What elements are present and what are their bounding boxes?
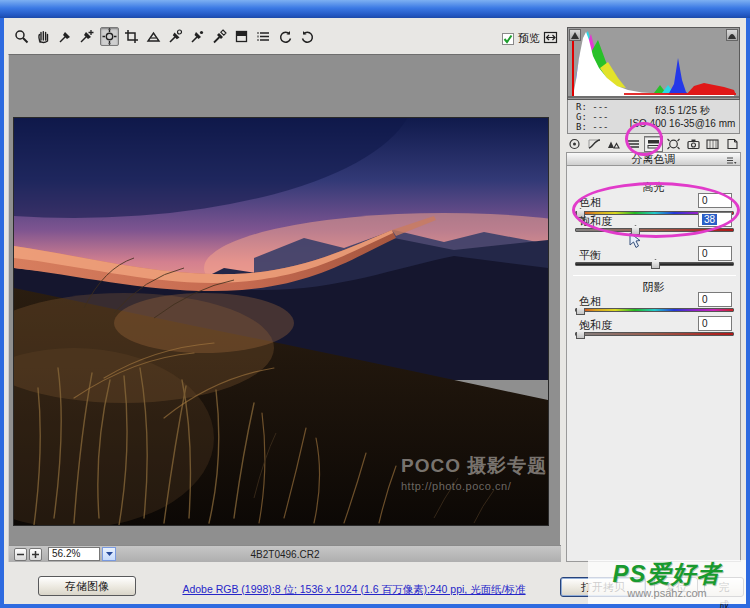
preview-label: 预览 xyxy=(518,31,540,46)
window-body: 预览 xyxy=(4,18,746,604)
zoom-tool-icon[interactable] xyxy=(12,27,31,46)
tab-split-toning[interactable] xyxy=(644,136,663,152)
histogram-graph xyxy=(568,28,739,99)
adjustment-brush-tool-icon[interactable] xyxy=(210,27,229,46)
toolbar xyxy=(12,27,317,46)
workflow-options-link[interactable]: Adobe RGB (1998);8 位; 1536 x 1024 (1.6 百… xyxy=(154,583,554,597)
exposure-info: f/3.5 1/25 秒 xyxy=(626,104,739,117)
preferences-tool-icon[interactable] xyxy=(254,27,273,46)
shadows-sat-slider[interactable] xyxy=(575,332,734,336)
shadow-clipping-warning-button[interactable] xyxy=(569,29,581,41)
window-titlebar: Camera Raw 5.3 - Canon EOS-1Ds Mark III xyxy=(0,0,750,18)
highlight-clipping-warning-button[interactable] xyxy=(726,29,738,41)
divider xyxy=(573,275,736,276)
tab-camera-calibration[interactable] xyxy=(684,136,703,152)
psahz-url: www.psahz.com xyxy=(588,587,746,599)
poco-watermark-line2: http://photo.poco.cn/ xyxy=(401,476,547,496)
exif-summary: f/3.5 1/25 秒 ISO 400 16-35@16 mm xyxy=(626,104,739,130)
tab-hsl-grayscale[interactable] xyxy=(624,136,643,152)
spot-removal-tool-icon[interactable] xyxy=(166,27,185,46)
split-toning-panel: 高光 色相 0 饱和度 38 平衡 0 阴影 色相 0 xyxy=(566,166,741,562)
highlights-sat-value[interactable]: 38 xyxy=(698,212,732,227)
white-balance-tool-icon[interactable] xyxy=(56,27,75,46)
shadows-hue-value[interactable]: 0 xyxy=(698,292,732,307)
zoom-dropdown-arrow-icon[interactable] xyxy=(102,547,116,561)
shadows-sat-label: 饱和度 xyxy=(579,318,612,333)
zoom-level-select[interactable]: 56.2% xyxy=(48,547,100,561)
rgb-exif-readout: R: --- G: --- B: --- f/3.5 1/25 秒 ISO 40… xyxy=(567,100,740,134)
preview-toggle[interactable]: 预览 xyxy=(502,31,540,46)
panel-title: 分离色调 xyxy=(632,153,676,165)
highlights-hue-label: 色相 xyxy=(579,195,601,210)
shadows-hue-slider[interactable] xyxy=(575,308,734,312)
preview-checkbox[interactable] xyxy=(502,33,514,45)
camera-raw-window: Camera Raw 5.3 - Canon EOS-1Ds Mark III … xyxy=(0,0,750,608)
iso-lens-info: ISO 400 16-35@16 mm xyxy=(626,117,739,130)
g-value: G: --- xyxy=(576,112,626,122)
hand-tool-icon[interactable] xyxy=(34,27,53,46)
graduated-filter-tool-icon[interactable] xyxy=(232,27,251,46)
photo-preview[interactable]: POCO 摄影专题 http://photo.poco.cn/ xyxy=(14,118,548,525)
psahz-watermark: PS爱好者 www.psahz.com xyxy=(588,560,746,604)
color-sampler-tool-icon[interactable] xyxy=(78,27,97,46)
tab-tone-curve[interactable] xyxy=(585,136,604,152)
tab-lens-corrections[interactable] xyxy=(664,136,683,152)
balance-value[interactable]: 0 xyxy=(698,246,732,261)
r-value: R: --- xyxy=(576,102,626,112)
psahz-brand: PS爱好者 xyxy=(588,561,746,587)
tab-detail[interactable] xyxy=(605,136,624,152)
tab-basic[interactable] xyxy=(565,136,584,152)
red-eye-tool-icon[interactable] xyxy=(188,27,207,46)
shadows-sat-value[interactable]: 0 xyxy=(698,316,732,331)
straighten-tool-icon[interactable] xyxy=(144,27,163,46)
rotate-left-icon[interactable] xyxy=(276,27,295,46)
balance-slider[interactable] xyxy=(575,262,734,266)
highlights-hue-value[interactable]: 0 xyxy=(698,193,732,208)
fullscreen-toggle-icon[interactable] xyxy=(542,29,559,46)
zoom-in-button[interactable] xyxy=(29,548,42,561)
preview-pane: POCO 摄影专题 http://photo.poco.cn/ 56.2% 4B… xyxy=(8,54,560,562)
panel-header: 分离色调 xyxy=(566,152,741,166)
highlights-sat-slider[interactable] xyxy=(575,228,734,232)
tab-presets[interactable] xyxy=(703,136,722,152)
balance-label: 平衡 xyxy=(579,248,601,263)
save-image-button[interactable]: 存储图像 xyxy=(38,576,136,596)
poco-watermark-line1: POCO 摄影专题 xyxy=(401,456,547,476)
crop-tool-icon[interactable] xyxy=(122,27,141,46)
rotate-right-icon[interactable] xyxy=(298,27,317,46)
zoom-bar: 56.2% 4B2T0496.CR2 xyxy=(9,545,561,562)
poco-watermark: POCO 摄影专题 http://photo.poco.cn/ xyxy=(401,456,547,496)
highlights-sat-label: 饱和度 xyxy=(579,214,612,229)
tab-snapshots[interactable] xyxy=(723,136,742,152)
histogram xyxy=(567,27,740,100)
balance-thumb[interactable] xyxy=(651,259,660,269)
targeted-adjustment-tool-icon[interactable] xyxy=(100,27,119,46)
panel-tabstrip xyxy=(565,135,742,152)
rgb-values: R: --- G: --- B: --- xyxy=(568,102,626,132)
highlights-sat-thumb[interactable] xyxy=(631,225,640,235)
b-value: B: --- xyxy=(576,122,626,132)
zoom-out-button[interactable] xyxy=(14,548,27,561)
